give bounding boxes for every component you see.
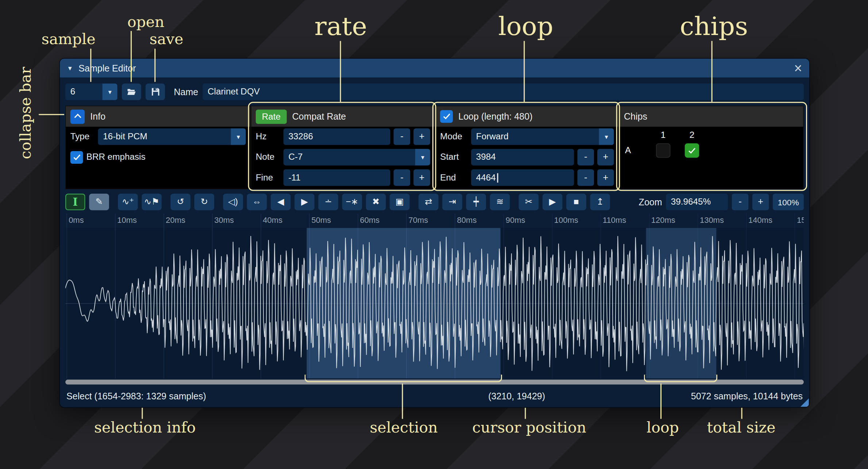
info-panel-title: Info — [90, 111, 105, 122]
toolbar: I✎∿⁺∿⚑↺↻◁)⇔◀▶∸−∗✖▣⇄⇥┿≋✂▶■↥ Zoom 39.9645%… — [65, 194, 804, 210]
loop-end-decrease-button[interactable]: - — [577, 169, 594, 186]
resample-button[interactable]: ∿⚑ — [142, 194, 162, 210]
insert-silence-button[interactable]: ∸ — [318, 194, 338, 210]
timeline-label: 50ms — [311, 216, 331, 225]
fade-out-button[interactable]: ▶ — [294, 194, 315, 210]
loop-end-value: 4464 — [476, 173, 496, 182]
fine-decrease-button[interactable]: - — [394, 169, 410, 186]
hz-value: 33286 — [288, 132, 313, 142]
edit-mode-select-button[interactable]: I — [65, 194, 85, 210]
annotation-rate: rate — [315, 11, 367, 41]
apply-silence-button[interactable]: −∗ — [342, 194, 362, 210]
chips-panel-title: Chips — [624, 111, 647, 122]
delete-button[interactable]: ✖ — [366, 194, 386, 210]
scrollbar-thumb[interactable] — [65, 380, 804, 385]
chip-2-checkbox[interactable] — [685, 143, 699, 158]
annotation-chips: chips — [680, 11, 748, 41]
save-button[interactable] — [146, 84, 165, 100]
chip-1-checkbox[interactable] — [656, 143, 670, 158]
fade-in-button[interactable]: ◀ — [271, 194, 291, 210]
chip-column-2: 2 — [685, 130, 699, 140]
amplify-icon: ◁) — [228, 198, 238, 206]
rate-panel-title: Compat Rate — [292, 111, 346, 122]
waveform-scrollbar[interactable] — [65, 380, 804, 385]
window-content: 6 ▼ Name Clarinet DQV Info — [60, 77, 809, 408]
trim-button[interactable]: ▣ — [390, 194, 410, 210]
waveform-display[interactable] — [65, 228, 804, 379]
annotation-loop-bottom: loop — [647, 419, 679, 436]
open-button[interactable] — [122, 84, 141, 100]
undo-button[interactable]: ↺ — [170, 194, 190, 210]
collapse-info-button[interactable] — [70, 109, 85, 124]
crossfade-loop-icon: ✂ — [525, 198, 532, 206]
chevron-down-icon[interactable]: ▼ — [103, 84, 117, 100]
hz-increase-button[interactable]: + — [413, 128, 430, 145]
fine-input[interactable]: -11 — [283, 169, 390, 186]
zoom-label: Zoom — [639, 197, 662, 207]
chevron-down-icon[interactable]: ▼ — [599, 128, 614, 145]
timeline-label: 120ms — [651, 216, 675, 225]
brr-emphasis-checkbox[interactable] — [70, 151, 83, 163]
preview-stop-button[interactable]: ■ — [566, 194, 586, 210]
annotation-sample: sample — [42, 30, 96, 47]
chips-panel-header: Chips — [620, 106, 803, 127]
edit-mode-draw-button[interactable]: ✎ — [89, 194, 109, 210]
normalize-button[interactable]: ⇔ — [247, 194, 267, 210]
hz-input[interactable]: 33286 — [283, 128, 390, 145]
chord-preview-button[interactable]: ⇥ — [442, 194, 462, 210]
sample-type-dropdown[interactable]: 16-bit PCM ▼ — [98, 128, 246, 145]
rate-toggle-badge[interactable]: Rate — [256, 109, 287, 124]
text-caret — [497, 173, 498, 182]
amplify-button[interactable]: ◁) — [223, 194, 243, 210]
flip-selection-button[interactable]: ⇄ — [418, 194, 439, 210]
timeline-ruler[interactable]: 0ms10ms20ms30ms40ms50ms60ms70ms80ms90ms1… — [65, 214, 804, 228]
insert-point-button[interactable]: ┿ — [466, 194, 486, 210]
zoom-in-button[interactable]: + — [752, 194, 769, 210]
sample-selector[interactable]: 6 ▼ — [65, 84, 117, 100]
make-wavetable-button[interactable]: ↥ — [590, 194, 610, 210]
window-collapse-icon[interactable]: ▼ — [67, 65, 73, 71]
flip-selection-icon: ⇄ — [425, 198, 432, 206]
check-icon — [73, 153, 80, 160]
delete-icon: ✖ — [372, 198, 379, 206]
filter-button[interactable]: ≋ — [490, 194, 510, 210]
crossfade-loop-button[interactable]: ✂ — [519, 194, 539, 210]
chevron-down-icon[interactable]: ▼ — [231, 128, 246, 145]
hz-label: Hz — [256, 132, 280, 142]
fine-increase-button[interactable]: + — [413, 169, 430, 186]
sample-name-value: Clarinet DQV — [208, 87, 260, 97]
resize-grip[interactable] — [801, 398, 809, 407]
chevron-down-icon[interactable]: ▼ — [415, 149, 430, 166]
loop-start-input[interactable]: 3984 — [471, 149, 574, 166]
zoom-value: 39.9645% — [671, 197, 711, 207]
note-dropdown[interactable]: C-7 ▼ — [283, 149, 430, 166]
titlebar[interactable]: ▼ Sample Editor × — [60, 59, 809, 78]
sample-name-input[interactable]: Clarinet DQV — [202, 84, 804, 100]
loop-end-increase-button[interactable]: + — [597, 169, 614, 186]
hz-decrease-button[interactable]: - — [394, 128, 410, 145]
zoom-input[interactable]: 39.9645% — [666, 194, 728, 210]
panels-row: Info Type 16-bit PCM ▼ BRR emphasi — [65, 106, 804, 189]
rate-panel-header: Rate Compat Rate — [251, 106, 435, 127]
redo-button[interactable]: ↻ — [194, 194, 215, 210]
resize-button[interactable]: ∿⁺ — [118, 194, 138, 210]
loop-panel: Loop (length: 480) Mode Forward ▼ Start — [435, 106, 619, 189]
sample-editor-window: ▼ Sample Editor × 6 ▼ Name Clarinet DQV — [59, 58, 810, 408]
zoom-reset-button[interactable]: 100% — [773, 194, 804, 210]
name-label: Name — [174, 86, 198, 97]
timeline-label: 100ms — [554, 216, 578, 225]
annotation-open: open — [127, 13, 165, 30]
loop-end-input[interactable]: 4464 — [471, 169, 574, 186]
close-button[interactable]: × — [794, 62, 802, 73]
insert-silence-icon: ∸ — [325, 198, 332, 206]
loop-panel-title: Loop (length: 480) — [458, 111, 532, 122]
preview-play-button[interactable]: ▶ — [543, 194, 563, 210]
loop-start-increase-button[interactable]: + — [597, 149, 614, 166]
sample-type-value: 16-bit PCM — [98, 128, 231, 145]
annotation-save: save — [150, 30, 184, 47]
check-icon — [688, 146, 695, 154]
loop-start-decrease-button[interactable]: - — [577, 149, 594, 166]
zoom-out-button[interactable]: - — [732, 194, 749, 210]
loop-mode-dropdown[interactable]: Forward ▼ — [471, 128, 614, 145]
loop-enable-checkbox[interactable] — [440, 110, 453, 123]
